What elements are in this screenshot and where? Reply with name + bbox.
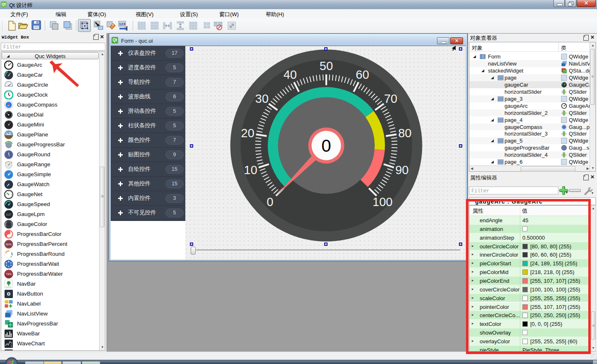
svg-text:90: 90: [395, 163, 408, 177]
svg-text:100: 100: [373, 195, 393, 209]
svg-text:20: 20: [241, 126, 254, 140]
svg-text:74%: 74%: [6, 273, 11, 276]
svg-text:0: 0: [267, 195, 273, 209]
svg-text:2.27: 2.27: [6, 213, 12, 216]
svg-text:70: 70: [384, 92, 397, 105]
svg-text:10: 10: [244, 163, 257, 177]
svg-text:0: 0: [321, 136, 331, 155]
svg-text:30: 30: [255, 92, 269, 105]
svg-text:50: 50: [320, 59, 333, 73]
svg-text:60: 60: [356, 68, 369, 81]
svg-text:123: 123: [119, 22, 125, 26]
svg-text:50%: 50%: [6, 243, 11, 246]
svg-text:40: 40: [284, 68, 297, 81]
svg-text:80: 80: [398, 126, 411, 140]
